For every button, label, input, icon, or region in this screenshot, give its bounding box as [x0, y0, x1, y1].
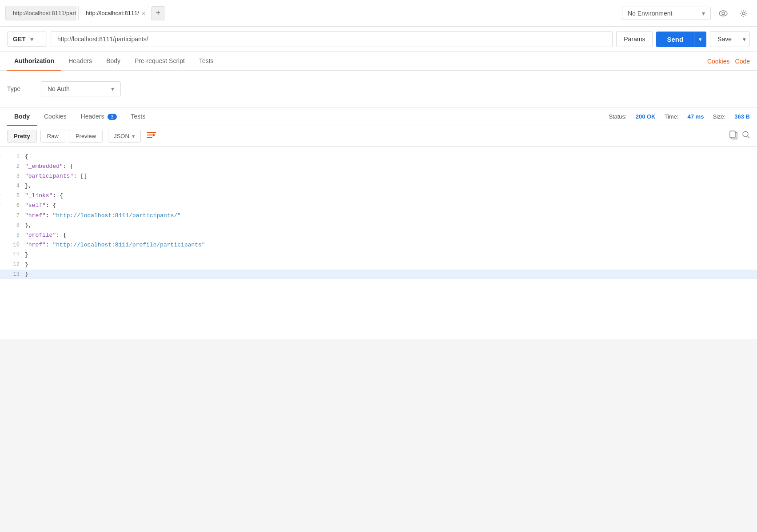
tab-1[interactable]: http://localhost:8111/partic	[5, 6, 76, 20]
app-layout: http://localhost:8111/partic http://loca…	[0, 0, 757, 532]
line-number-11: 11	[4, 250, 20, 259]
line-content-7: "href": "http://localhost:8111/participa…	[25, 211, 753, 221]
env-selector[interactable]: No Environment ▾	[622, 7, 711, 20]
response-actions	[729, 131, 750, 142]
resp-tab-body[interactable]: Body	[7, 107, 37, 126]
resp-tab-cookies[interactable]: Cookies	[37, 107, 74, 126]
line-number-10: 10	[4, 241, 20, 250]
tab-prerequest[interactable]: Pre-request Script	[127, 52, 192, 71]
method-selector[interactable]: GET ▾	[7, 32, 47, 47]
copy-icon[interactable]	[729, 131, 737, 142]
close-icon[interactable]: ×	[142, 10, 145, 16]
tab-body[interactable]: Body	[99, 52, 127, 71]
line-number-1: ▾1	[4, 152, 20, 161]
line-number-8: 8	[4, 221, 20, 230]
resp-tab-headers[interactable]: Headers 3	[74, 107, 124, 126]
tabs-area: http://localhost:8111/partic http://loca…	[5, 6, 618, 20]
line-content-10: "href": "http://localhost:8111/profile/p…	[25, 240, 753, 250]
resp-headers-label: Headers	[81, 113, 104, 120]
cookies-link[interactable]: Cookies	[707, 58, 730, 65]
line-number-13: 13	[4, 270, 20, 279]
time-value: 47 ms	[688, 113, 704, 120]
bottom-padding	[0, 339, 757, 532]
search-icon[interactable]	[742, 131, 750, 142]
collapse-arrow-icon[interactable]: ▾	[0, 191, 1, 199]
resp-body-label: Body	[14, 113, 30, 120]
line-content-2: "_embedded": {	[25, 162, 753, 171]
resp-tab-tests[interactable]: Tests	[124, 107, 153, 126]
add-tab-button[interactable]: +	[151, 6, 165, 20]
line-content-4: },	[25, 181, 753, 191]
response-meta: Status: 200 OK Time: 47 ms Size: 363 B	[609, 113, 750, 120]
collapse-arrow-icon[interactable]: ▾	[0, 231, 1, 238]
pretty-button[interactable]: Pretty	[7, 130, 37, 143]
code-link[interactable]: Code	[735, 58, 750, 65]
method-chevron-icon: ▾	[30, 36, 33, 43]
eye-icon[interactable]	[715, 5, 731, 21]
headers-tab-label: Headers	[68, 57, 92, 64]
tab-2[interactable]: http://localhost:8111/ ×	[78, 6, 149, 20]
resp-tests-label: Tests	[131, 113, 146, 120]
request-bar: GET ▾ Params Send ▾ Save ▾	[0, 27, 757, 52]
authorization-tab-label: Authorization	[14, 57, 54, 64]
line-number-3: 3	[4, 172, 20, 181]
preview-button[interactable]: Preview	[69, 130, 103, 143]
line-content-5: "_links": {	[25, 191, 753, 201]
env-area: No Environment ▾	[622, 5, 752, 21]
params-button[interactable]: Params	[616, 31, 653, 47]
url-input[interactable]	[51, 31, 613, 47]
line-content-3: "participants": []	[25, 171, 753, 181]
auth-type-dropdown[interactable]: No Auth ▾	[41, 81, 121, 96]
collapse-arrow-icon[interactable]: ▾	[0, 152, 1, 160]
auth-no-auth-label: No Auth	[48, 85, 70, 92]
resp-headers-badge: 3	[108, 114, 116, 120]
json-line-11: 11 }	[0, 250, 757, 260]
env-label: No Environment	[628, 10, 672, 17]
time-label: Time:	[664, 113, 678, 120]
line-number-5: ▾5	[4, 191, 20, 200]
tab-authorization[interactable]: Authorization	[7, 52, 61, 71]
line-number-7: 7	[4, 211, 20, 220]
request-tabs: Authorization Headers Body Pre-request S…	[0, 52, 757, 71]
gear-icon[interactable]	[736, 5, 752, 21]
line-content-1: {	[25, 152, 753, 162]
size-value: 363 B	[734, 113, 750, 120]
raw-button[interactable]: Raw	[40, 130, 65, 143]
tab-headers[interactable]: Headers	[61, 52, 99, 71]
method-label: GET	[13, 36, 26, 43]
resp-cookies-label: Cookies	[44, 113, 67, 120]
json-line-2: ▾2 "_embedded": {	[0, 162, 757, 171]
format-chevron-icon: ▾	[132, 133, 135, 139]
tab-tests[interactable]: Tests	[192, 52, 221, 71]
send-button[interactable]: Send	[656, 32, 694, 47]
line-content-9: "profile": {	[25, 230, 753, 240]
json-line-4: 4 },	[0, 181, 757, 191]
line-number-12: 12	[4, 260, 20, 269]
send-button-group: Send ▾	[656, 32, 706, 47]
wrap-icon[interactable]	[146, 131, 157, 142]
send-dropdown-button[interactable]: ▾	[694, 32, 706, 47]
tab-2-label: http://localhost:8111/	[86, 10, 139, 16]
req-tab-links: Cookies Code	[707, 58, 750, 65]
body-tab-label: Body	[106, 57, 120, 64]
json-line-3: 3 "participants": []	[0, 171, 757, 181]
line-number-9: ▾9	[4, 231, 20, 240]
svg-point-2	[742, 12, 745, 15]
main-area: http://localhost:8111/partic http://loca…	[0, 0, 757, 532]
json-body-container[interactable]: ▾1{▾2 "_embedded": {3 "participants": []…	[0, 147, 757, 339]
line-number-4: 4	[4, 182, 20, 191]
collapse-arrow-icon[interactable]: ▾	[0, 162, 1, 170]
json-line-13: 13}	[0, 270, 757, 279]
collapse-arrow-icon[interactable]: ▾	[0, 201, 1, 209]
json-line-1: ▾1{	[0, 152, 757, 162]
json-format-selector[interactable]: JSON ▾	[108, 130, 141, 143]
svg-rect-7	[730, 131, 735, 138]
json-format-label: JSON	[114, 133, 129, 139]
line-content-8: },	[25, 221, 753, 230]
status-label: Status:	[609, 113, 626, 120]
plus-icon: +	[156, 8, 161, 18]
top-bar: http://localhost:8111/partic http://loca…	[0, 0, 757, 27]
save-dropdown-button[interactable]: ▾	[739, 32, 749, 47]
save-button[interactable]: Save	[710, 32, 739, 47]
svg-point-0	[719, 11, 727, 16]
